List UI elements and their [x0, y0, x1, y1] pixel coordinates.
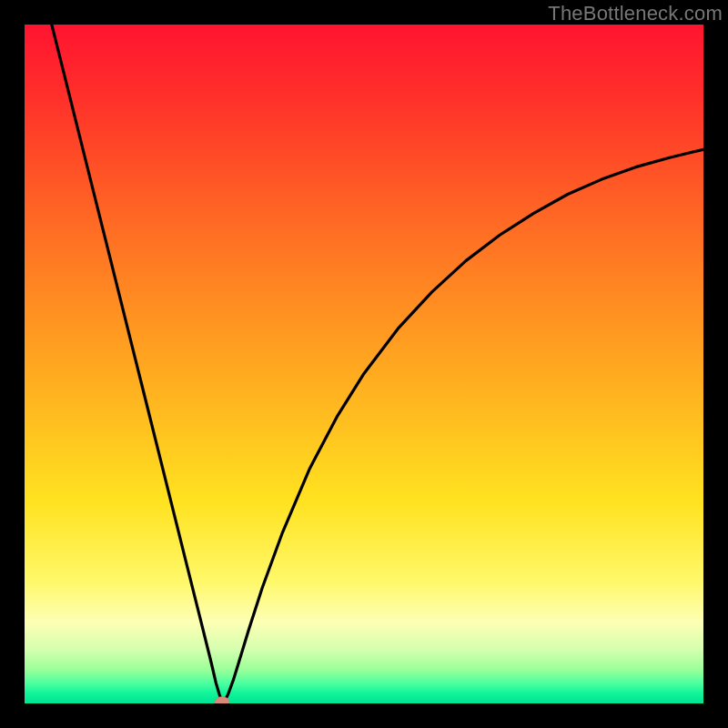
- chart-canvas: TheBottleneck.com: [0, 0, 728, 728]
- plot-area: [25, 25, 703, 703]
- watermark-text: TheBottleneck.com: [548, 2, 723, 25]
- bottleneck-curve: [52, 25, 703, 703]
- curve-svg: [25, 25, 703, 703]
